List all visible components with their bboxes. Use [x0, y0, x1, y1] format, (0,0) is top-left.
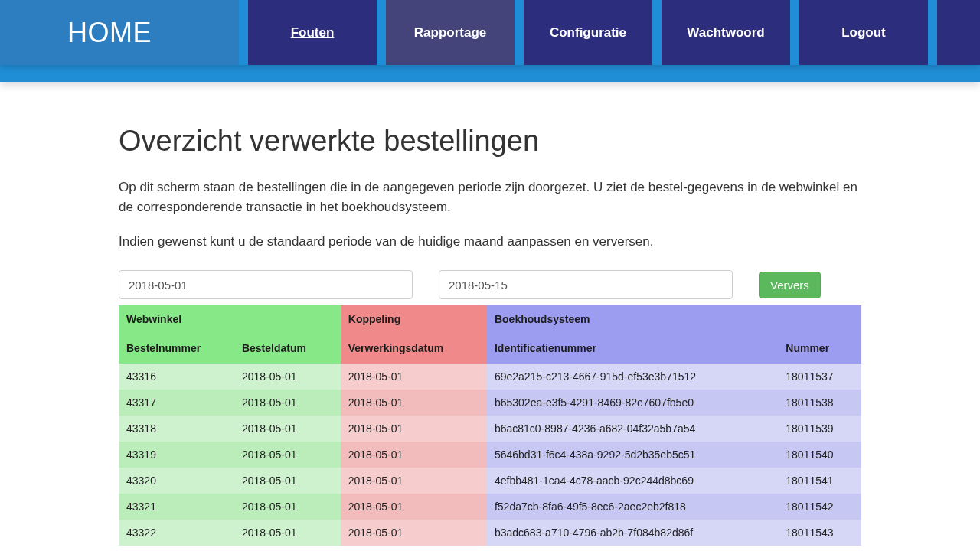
- cell-number: 18011537: [778, 364, 861, 390]
- nav-link-rapportage[interactable]: Rapportage: [386, 0, 514, 65]
- orders-table: Webwinkel Koppeling Boekhoudsysteem Best…: [119, 305, 861, 546]
- nav-link-configuratie[interactable]: Configuratie: [524, 0, 652, 65]
- main-nav: Fouten Rapportage Configuratie Wachtwoor…: [239, 0, 980, 65]
- refresh-button[interactable]: Ververs: [759, 272, 821, 298]
- nav-gap: [790, 0, 799, 65]
- brand-text: HOME: [67, 17, 152, 49]
- date-filter-row: Ververs: [119, 270, 861, 299]
- cell-ident: 4efbb481-1ca4-4c78-aacb-92c244d8bc69: [487, 468, 778, 494]
- nav-link-fouten[interactable]: Fouten: [248, 0, 377, 65]
- cell-order-no: 43321: [119, 494, 234, 520]
- cell-order-date: 2018-05-01: [234, 442, 341, 468]
- cell-number: 18011538: [778, 390, 861, 416]
- nav-gap: [652, 0, 662, 65]
- cell-number: 18011542: [778, 494, 861, 520]
- cell-order-no: 43319: [119, 442, 234, 468]
- nav-gap: [239, 0, 248, 65]
- table-row: 433182018-05-012018-05-01b6ac81c0-8987-4…: [119, 416, 861, 442]
- section-header-accounting: Boekhoudsysteem: [487, 305, 861, 333]
- col-header-proc-date: Verwerkingsdatum: [341, 333, 487, 364]
- intro-paragraph-2: Indien gewenst kunt u de standaard perio…: [119, 232, 861, 252]
- nav-link-wachtwoord[interactable]: Wachtwoord: [662, 0, 790, 65]
- col-header-order-date: Besteldatum: [234, 333, 341, 364]
- page-title: Overzicht verwerkte bestellingen: [119, 125, 861, 158]
- section-header-webshop: Webwinkel: [119, 305, 341, 333]
- nav-fill: [937, 0, 980, 65]
- cell-order-no: 43320: [119, 468, 234, 494]
- cell-number: 18011540: [778, 442, 861, 468]
- cell-proc-date: 2018-05-01: [341, 520, 487, 546]
- cell-ident: 69e2a215-c213-4667-915d-ef53e3b71512: [487, 364, 778, 390]
- cell-ident: b6ac81c0-8987-4236-a682-04f32a5b7a54: [487, 416, 778, 442]
- cell-proc-date: 2018-05-01: [341, 364, 487, 390]
- cell-ident: f52da7cb-8fa6-49f5-8ec6-2aec2eb2f818: [487, 494, 778, 520]
- cell-order-date: 2018-05-01: [234, 494, 341, 520]
- cell-proc-date: 2018-05-01: [341, 468, 487, 494]
- cell-order-no: 43322: [119, 520, 234, 546]
- table-row: 433222018-05-012018-05-01b3adc683-a710-4…: [119, 520, 861, 546]
- table-row: 433172018-05-012018-05-01b65302ea-e3f5-4…: [119, 390, 861, 416]
- accent-strip: [0, 65, 980, 82]
- cell-order-date: 2018-05-01: [234, 520, 341, 546]
- nav-gap: [514, 0, 524, 65]
- cell-order-no: 43318: [119, 416, 234, 442]
- cell-order-date: 2018-05-01: [234, 390, 341, 416]
- cell-number: 18011541: [778, 468, 861, 494]
- brand-block[interactable]: HOME: [0, 0, 239, 65]
- nav-gap: [928, 0, 937, 65]
- top-navigation: HOME Fouten Rapportage Configuratie Wach…: [0, 0, 980, 65]
- cell-proc-date: 2018-05-01: [341, 416, 487, 442]
- cell-order-no: 43317: [119, 390, 234, 416]
- cell-proc-date: 2018-05-01: [341, 494, 487, 520]
- cell-proc-date: 2018-05-01: [341, 442, 487, 468]
- nav-gap: [377, 0, 386, 65]
- cell-number: 18011539: [778, 416, 861, 442]
- table-row: 433192018-05-012018-05-015646bd31-f6c4-4…: [119, 442, 861, 468]
- table-row: 433162018-05-012018-05-0169e2a215-c213-4…: [119, 364, 861, 390]
- col-header-order-no: Bestelnummer: [119, 333, 234, 364]
- col-header-number: Nummer: [778, 333, 861, 364]
- cell-ident: b3adc683-a710-4796-ab2b-7f084b82d86f: [487, 520, 778, 546]
- table-row: 433212018-05-012018-05-01f52da7cb-8fa6-4…: [119, 494, 861, 520]
- section-header-link: Koppeling: [341, 305, 487, 333]
- page-intro: Op dit scherm staan de bestellingen die …: [119, 178, 861, 252]
- cell-order-date: 2018-05-01: [234, 468, 341, 494]
- nav-link-logout[interactable]: Logout: [799, 0, 928, 65]
- col-header-ident: Identificatienummer: [487, 333, 778, 364]
- cell-order-no: 43316: [119, 364, 234, 390]
- cell-order-date: 2018-05-01: [234, 416, 341, 442]
- date-to-input[interactable]: [439, 270, 733, 299]
- cell-ident: 5646bd31-f6c4-438a-9292-5d2b35eb5c51: [487, 442, 778, 468]
- main-content: Overzicht verwerkte bestellingen Op dit …: [119, 82, 861, 546]
- cell-ident: b65302ea-e3f5-4291-8469-82e7607fb5e0: [487, 390, 778, 416]
- table-row: 433202018-05-012018-05-014efbb481-1ca4-4…: [119, 468, 861, 494]
- intro-paragraph-1: Op dit scherm staan de bestellingen die …: [119, 178, 861, 218]
- cell-order-date: 2018-05-01: [234, 364, 341, 390]
- date-from-input[interactable]: [119, 270, 413, 299]
- cell-number: 18011543: [778, 520, 861, 546]
- cell-proc-date: 2018-05-01: [341, 390, 487, 416]
